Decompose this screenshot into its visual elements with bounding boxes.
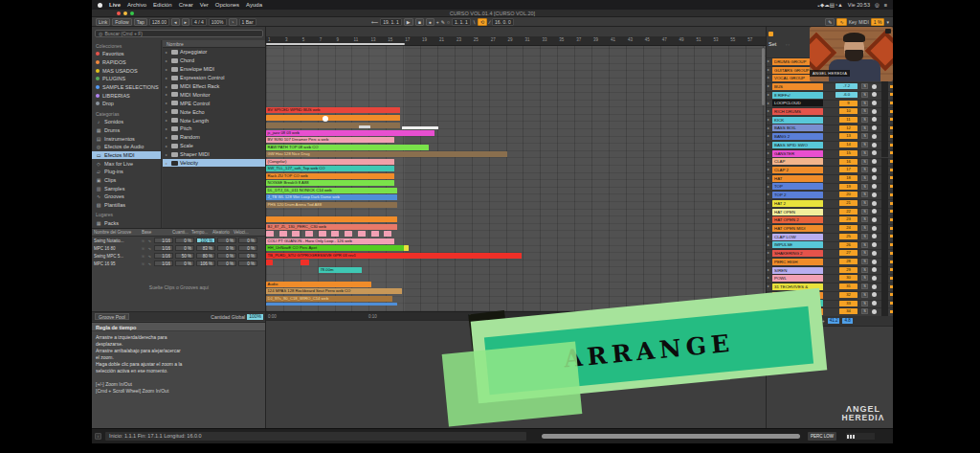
minimize-button[interactable] — [123, 11, 127, 15]
expand-arrow-icon[interactable]: ▸ — [166, 109, 169, 114]
groove-random[interactable]: 0 % — [217, 245, 236, 251]
track-row[interactable]: ▸SIREN29S — [767, 266, 893, 275]
device-item[interactable]: ▸MIDI Monitor — [163, 90, 266, 99]
device-item[interactable]: ▸Note Echo — [163, 107, 266, 116]
clip[interactable] — [266, 303, 397, 306]
arm-button[interactable] — [872, 134, 877, 139]
lock-icon[interactable]: ⚿ — [140, 238, 146, 243]
clip[interactable] — [402, 126, 438, 129]
arm-button[interactable] — [872, 201, 877, 206]
track-row[interactable]: ▸BASS BOIL12S — [767, 125, 893, 133]
lock-icon[interactable]: ⚿ — [140, 261, 146, 266]
expand-arrow-icon[interactable]: ▸ — [166, 76, 169, 80]
solo-button[interactable]: S — [861, 301, 868, 306]
info-toggle-icon[interactable]: i — [95, 433, 101, 440]
menu-item[interactable]: Crear — [179, 2, 193, 8]
status-icon[interactable]: ▲ — [837, 2, 842, 8]
arm-button[interactable] — [872, 150, 877, 155]
groove-base[interactable]: 1/16 — [154, 245, 173, 251]
category-item-plantillas[interactable]: ▧Plantillas — [92, 201, 161, 210]
solo-button[interactable]: S — [861, 125, 868, 131]
track-value[interactable]: 17 — [839, 167, 858, 172]
io-toggle-icon[interactable] — [768, 32, 773, 36]
track-row[interactable]: ▸HAT 221S — [767, 199, 893, 208]
play-button[interactable]: ▶ — [404, 18, 413, 26]
track-value[interactable]: 22 — [839, 209, 858, 215]
solo-button[interactable]: S — [861, 308, 868, 314]
device-item[interactable]: ▸Chord — [163, 57, 266, 65]
collection-item[interactable]: SAMPLE SELECTIONS — [92, 83, 161, 92]
collection-item[interactable]: RAPIDOS — [92, 58, 161, 67]
solo-button[interactable]: S — [861, 83, 868, 89]
arrangement-position-field[interactable]: 19. 1. 1 — [380, 18, 402, 26]
clip[interactable]: J_TB WL 128 Wet Loop Dark Dome web — [266, 194, 397, 200]
webcam-control-icon[interactable] — [885, 29, 891, 34]
collection-item[interactable]: MAS USADOS — [92, 66, 161, 75]
groove-quantize[interactable]: 0 % — [175, 245, 194, 251]
arm-button[interactable] — [872, 276, 877, 281]
loop-start-field[interactable]: 1. 1. 1 — [452, 18, 471, 26]
browser-search-input[interactable]: ◎ Buscar (Cmd + F) — [95, 30, 263, 37]
track-value[interactable]: 31 — [839, 283, 858, 289]
arm-button[interactable] — [872, 209, 877, 214]
track-value[interactable]: 20 — [839, 192, 858, 197]
solo-button[interactable]: S — [861, 101, 868, 106]
clip[interactable]: NOISSE BreakG 8 A88 — [266, 180, 394, 186]
category-item-plug-ins[interactable]: ▱Plug-ins — [92, 168, 161, 176]
beat-time-ruler[interactable]: 1357911131517192123252729313335373941434… — [266, 36, 766, 46]
clip[interactable] — [266, 123, 400, 128]
category-item-efectos-de-audio[interactable]: ◎Efectos de Audio — [92, 143, 161, 151]
track-value[interactable]: 11 — [839, 117, 858, 123]
menu-item[interactable]: Archivo — [127, 2, 146, 8]
groove-pool-label[interactable]: Groove Pool — [95, 313, 129, 320]
category-item-drums[interactable]: ▦Drums — [92, 126, 161, 135]
clip[interactable] — [279, 231, 287, 237]
stop-button[interactable]: ■ — [415, 18, 424, 26]
device-item[interactable]: ▸Scale — [163, 142, 266, 150]
clip[interactable]: 78.00m — [319, 267, 362, 273]
expand-arrow-icon[interactable]: ▸ — [166, 161, 169, 166]
track-row[interactable]: ▸GANSTER15S — [767, 149, 893, 158]
clip[interactable]: Rack ZU TOP CO web — [266, 173, 394, 179]
track-value[interactable]: 34 — [839, 308, 858, 314]
clip[interactable]: DJ_97s_90_C18_WIRO_C14 web — [266, 296, 392, 302]
category-item-grooves[interactable]: ∿Grooves — [92, 193, 161, 201]
link-button[interactable]: Link — [96, 18, 110, 26]
vertical-scrollbar[interactable] — [762, 48, 765, 105]
automation-mode-icon[interactable]: ∿ — [836, 18, 846, 26]
track-value[interactable]: 18 — [839, 175, 858, 181]
clip[interactable] — [345, 231, 352, 237]
solo-button[interactable]: S — [861, 242, 868, 248]
groove-velocity[interactable]: 0 % — [238, 238, 257, 243]
track-row[interactable]: ▸CLAP 217S — [767, 166, 893, 174]
clip[interactable] — [319, 231, 326, 237]
arm-button[interactable] — [872, 260, 877, 264]
track-row[interactable]: ▸BANG 213S — [767, 132, 893, 141]
track-value[interactable]: 16 — [839, 159, 858, 165]
track-row[interactable]: ▸KICK11S — [767, 116, 893, 125]
track-value[interactable]: 12 — [839, 125, 858, 131]
clip[interactable] — [331, 231, 339, 237]
control-center-icon[interactable]: ≡ — [884, 2, 887, 8]
solo-button[interactable]: S — [861, 234, 868, 239]
arm-button[interactable] — [872, 267, 877, 272]
track-row[interactable]: ▸BASS SPID SWO14S — [767, 141, 893, 149]
caret-icon[interactable]: ▾ — [886, 18, 889, 26]
groove-timing[interactable]: 106 % — [196, 260, 215, 266]
groove-random[interactable]: 0 % — [217, 238, 236, 243]
groove-velocity[interactable]: 0 % — [238, 245, 257, 251]
arm-button[interactable] — [872, 92, 877, 97]
track-value[interactable]: 21 — [839, 200, 858, 206]
nudge-up-button[interactable]: ▸ — [182, 18, 190, 26]
solo-button[interactable]: S — [861, 167, 868, 172]
clip[interactable]: BV SPICED WPND BUS web — [266, 107, 400, 113]
metronome-toggle[interactable]: ◔ — [229, 18, 237, 26]
device-item[interactable]: ▸MPE Control — [163, 99, 266, 107]
track-value[interactable]: 30 — [839, 275, 858, 281]
track-value[interactable]: 14 — [839, 142, 858, 147]
arm-button[interactable] — [872, 284, 877, 289]
tempo-field[interactable]: 128.00 — [149, 18, 169, 26]
arm-button[interactable] — [872, 143, 877, 147]
device-item[interactable]: ▸Envelope MIDI — [163, 65, 266, 74]
solo-button[interactable]: S — [861, 200, 868, 206]
